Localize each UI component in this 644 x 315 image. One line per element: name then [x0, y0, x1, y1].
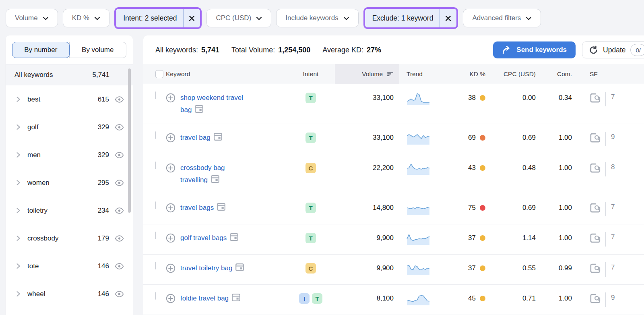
eye-icon[interactable]: [115, 124, 124, 131]
cpc-value: 0.71: [500, 292, 550, 305]
keyword-link[interactable]: travel bag: [180, 132, 222, 144]
expand-chevron-icon[interactable]: [16, 235, 21, 241]
eye-icon[interactable]: [115, 207, 124, 214]
keyword-link[interactable]: travel bags: [180, 202, 225, 214]
keyword-group-item[interactable]: best615: [6, 85, 133, 113]
clear-exclude-filter-button[interactable]: [440, 9, 456, 27]
serp-snapshot-icon[interactable]: [211, 175, 219, 183]
group-label: golf: [27, 123, 38, 131]
sidebar-scrollbar[interactable]: [128, 68, 131, 213]
eye-icon[interactable]: [115, 263, 124, 269]
serp-preview-icon[interactable]: [590, 163, 601, 173]
serp-preview-icon[interactable]: [590, 294, 601, 303]
all-keywords-row[interactable]: All keywords 5,741: [6, 64, 133, 85]
expand-chevron-icon[interactable]: [16, 152, 21, 158]
sf-count-link[interactable]: 7: [611, 232, 615, 242]
header-com[interactable]: Com.: [550, 64, 586, 84]
add-keyword-icon[interactable]: [166, 93, 175, 116]
row-checkbox[interactable]: [155, 232, 156, 239]
header-volume[interactable]: Volume: [335, 64, 399, 84]
add-keyword-icon[interactable]: [166, 294, 175, 305]
keyword-group-item[interactable]: men329: [6, 141, 133, 169]
serp-snapshot-icon[interactable]: [217, 203, 225, 211]
eye-icon[interactable]: [115, 291, 124, 297]
keyword-group-item[interactable]: golf329: [6, 113, 133, 141]
serp-snapshot-icon[interactable]: [214, 133, 222, 141]
update-button[interactable]: Update 0/: [582, 41, 644, 58]
row-checkbox[interactable]: [155, 292, 156, 300]
group-label: tote: [27, 262, 39, 270]
expand-chevron-icon[interactable]: [16, 180, 21, 186]
expand-chevron-icon[interactable]: [16, 291, 21, 297]
header-sf[interactable]: SF: [586, 64, 644, 84]
sf-count-link[interactable]: 8: [611, 162, 615, 172]
filter-cpc[interactable]: CPC (USD): [206, 9, 271, 27]
volume-value: 33,100: [335, 92, 399, 104]
eye-icon[interactable]: [115, 152, 124, 158]
by-volume-toggle[interactable]: By volume: [69, 42, 127, 58]
row-checkbox[interactable]: [155, 162, 156, 169]
add-keyword-icon[interactable]: [166, 263, 175, 274]
add-keyword-icon[interactable]: [166, 233, 175, 244]
expand-chevron-icon[interactable]: [16, 124, 21, 130]
eye-icon[interactable]: [115, 235, 124, 242]
filter-include-keywords[interactable]: Include keywords: [276, 9, 358, 27]
filter-intent-active[interactable]: Intent: 2 selected: [114, 7, 202, 29]
expand-chevron-icon[interactable]: [16, 207, 21, 213]
group-sort-toggle: By number By volume: [6, 35, 133, 64]
sf-count-link[interactable]: 7: [611, 262, 615, 273]
eye-icon[interactable]: [115, 96, 124, 103]
sort-descending-icon: [387, 71, 394, 77]
sf-count-link[interactable]: 9: [611, 132, 615, 142]
keyword-link[interactable]: travel toiletry bag: [180, 262, 244, 274]
expand-chevron-icon[interactable]: [16, 263, 21, 269]
send-keywords-button[interactable]: Send keywords: [493, 41, 576, 58]
serp-preview-icon[interactable]: [590, 93, 601, 103]
add-keyword-icon[interactable]: [166, 133, 175, 144]
keyword-link[interactable]: foldie travel bag: [180, 292, 240, 305]
keyword-group-item[interactable]: women295: [6, 169, 133, 197]
header-keyword[interactable]: Keyword: [166, 64, 287, 84]
filter-exclude-active[interactable]: Exclude: 1 keyword: [363, 7, 458, 29]
clear-intent-filter-button[interactable]: [183, 9, 200, 27]
header-intent[interactable]: Intent: [287, 64, 335, 84]
com-value: 1.00: [550, 132, 586, 144]
serp-preview-icon[interactable]: [590, 133, 601, 143]
add-keyword-icon[interactable]: [166, 203, 175, 214]
eye-icon[interactable]: [115, 180, 124, 186]
row-checkbox[interactable]: [155, 262, 156, 269]
keyword-group-item[interactable]: toiletry234: [6, 197, 133, 224]
by-number-toggle[interactable]: By number: [12, 42, 70, 58]
serp-snapshot-icon[interactable]: [195, 105, 203, 113]
add-keyword-icon[interactable]: [166, 163, 175, 186]
row-checkbox[interactable]: [155, 91, 156, 99]
serp-preview-icon[interactable]: [590, 203, 601, 213]
row-checkbox[interactable]: [155, 131, 156, 139]
filter-advanced[interactable]: Advanced filters: [463, 9, 541, 27]
keyword-link[interactable]: golf travel bags: [180, 232, 238, 244]
serp-snapshot-icon[interactable]: [232, 294, 240, 301]
keyword-link[interactable]: shop weekend travel bag: [180, 92, 261, 116]
volume-value: 9,900: [335, 232, 399, 244]
sf-count-link[interactable]: 7: [611, 202, 615, 212]
serp-snapshot-icon[interactable]: [230, 233, 238, 241]
serp-preview-icon[interactable]: [590, 263, 601, 273]
header-cpc[interactable]: CPC (USD): [500, 64, 550, 84]
keyword-group-item[interactable]: tote146: [6, 252, 133, 280]
serp-preview-icon[interactable]: [590, 233, 601, 243]
filter-kd[interactable]: KD %: [63, 9, 109, 27]
group-count: 615: [98, 95, 109, 104]
keyword-group-item[interactable]: crossbody179: [6, 224, 133, 252]
sf-count-link[interactable]: 9: [611, 292, 615, 303]
header-trend[interactable]: Trend: [399, 64, 448, 84]
sf-count-link[interactable]: 7: [611, 92, 615, 102]
keyword-group-item[interactable]: wheel146: [6, 280, 133, 308]
serp-snapshot-icon[interactable]: [235, 263, 244, 271]
select-all-checkbox[interactable]: [155, 70, 163, 78]
intent-badge: T: [305, 93, 316, 103]
filter-volume[interactable]: Volume: [6, 9, 58, 27]
keyword-link[interactable]: crossbody bag travelling: [180, 162, 261, 186]
expand-chevron-icon[interactable]: [16, 96, 21, 102]
header-kd[interactable]: KD %: [448, 64, 500, 84]
row-checkbox[interactable]: [155, 201, 156, 209]
